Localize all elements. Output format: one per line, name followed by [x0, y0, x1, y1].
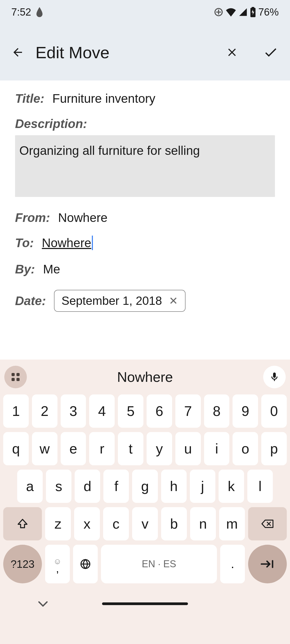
globe-icon — [79, 558, 91, 570]
key-2[interactable]: 2 — [32, 394, 57, 428]
key-j[interactable]: j — [190, 470, 215, 503]
key-symbols[interactable]: ?123 — [3, 545, 42, 583]
svg-rect-8 — [16, 378, 20, 381]
key-q[interactable]: q — [3, 432, 29, 465]
keyboard-row-zxcv: z x c v b n m — [3, 507, 287, 540]
key-m[interactable]: m — [219, 507, 245, 540]
key-p[interactable]: p — [261, 432, 287, 465]
from-field[interactable]: Nowhere — [58, 210, 107, 225]
keyboard-suggestion[interactable]: Nowhere — [31, 369, 259, 385]
key-z[interactable]: z — [45, 507, 71, 540]
svg-rect-5 — [12, 373, 15, 376]
key-h[interactable]: h — [161, 470, 187, 503]
keyboard-tools-button[interactable] — [4, 366, 27, 388]
key-f[interactable]: f — [103, 470, 129, 503]
app-bar: Edit Move — [0, 24, 290, 80]
key-a[interactable]: a — [17, 470, 43, 503]
check-icon — [263, 45, 278, 60]
key-c[interactable]: c — [103, 507, 129, 540]
date-clear-icon[interactable]: ✕ — [169, 295, 178, 307]
description-field[interactable]: Organizing all furniture for selling — [15, 135, 275, 197]
arrow-left-icon — [11, 46, 24, 59]
battery-icon — [250, 7, 256, 17]
key-0[interactable]: 0 — [261, 394, 287, 428]
by-field[interactable]: Me — [43, 262, 60, 276]
date-value: September 1, 2018 — [61, 294, 162, 308]
key-space[interactable]: EN · ES — [101, 545, 217, 583]
navigation-bar — [0, 588, 290, 620]
back-button[interactable] — [11, 46, 24, 59]
backspace-icon — [261, 519, 274, 529]
keyboard: Nowhere 1 2 3 4 5 6 7 8 9 0 q w e r t y … — [0, 360, 290, 644]
key-v[interactable]: v — [132, 507, 158, 540]
svg-rect-7 — [12, 378, 15, 381]
key-6[interactable]: 6 — [147, 394, 172, 428]
key-emoji[interactable]: ☺ , — [45, 545, 70, 583]
keyboard-row-qwerty: q w e r t y u i o p — [3, 432, 287, 465]
title-label: Title: — [15, 91, 44, 106]
from-label: From: — [15, 210, 50, 225]
status-battery: 76% — [258, 6, 279, 18]
key-l[interactable]: l — [247, 470, 273, 503]
svg-rect-4 — [252, 7, 254, 8]
page-title: Edit Move — [35, 43, 201, 62]
key-1[interactable]: 1 — [3, 394, 29, 428]
grid-icon — [10, 372, 21, 382]
key-5[interactable]: 5 — [118, 394, 143, 428]
to-field[interactable]: Nowhere — [42, 236, 93, 251]
home-indicator[interactable] — [102, 602, 188, 605]
tab-next-icon — [260, 559, 274, 569]
key-b[interactable]: b — [161, 507, 187, 540]
key-x[interactable]: x — [74, 507, 100, 540]
key-y[interactable]: y — [147, 432, 172, 465]
status-bar: 7:52 76% — [0, 0, 290, 24]
close-icon — [226, 46, 238, 59]
voice-input-button[interactable] — [263, 366, 286, 388]
key-language[interactable] — [73, 545, 98, 583]
keyboard-row-asdf: a s d f g h j k l — [3, 470, 287, 503]
key-o[interactable]: o — [233, 432, 258, 465]
key-u[interactable]: u — [175, 432, 201, 465]
by-label: By: — [15, 262, 35, 276]
target-icon — [214, 7, 223, 17]
text-cursor — [92, 236, 93, 250]
key-k[interactable]: k — [219, 470, 244, 503]
mic-icon — [269, 372, 280, 382]
key-w[interactable]: w — [32, 432, 57, 465]
key-shift[interactable] — [3, 507, 42, 540]
key-d[interactable]: d — [75, 470, 100, 503]
key-t[interactable]: t — [118, 432, 143, 465]
to-label: To: — [15, 236, 34, 250]
key-e[interactable]: e — [61, 432, 86, 465]
key-s[interactable]: s — [46, 470, 71, 503]
svg-rect-6 — [16, 373, 20, 376]
key-g[interactable]: g — [132, 470, 158, 503]
status-time: 7:52 — [11, 6, 31, 18]
key-next[interactable] — [248, 545, 287, 583]
title-field[interactable]: Furniture inventory — [52, 91, 155, 106]
date-label: Date: — [15, 294, 46, 308]
chevron-down-icon — [38, 600, 48, 608]
signal-icon — [238, 8, 248, 17]
key-9[interactable]: 9 — [233, 394, 258, 428]
key-8[interactable]: 8 — [204, 394, 230, 428]
key-7[interactable]: 7 — [175, 394, 201, 428]
cancel-button[interactable] — [224, 44, 240, 60]
key-period[interactable]: . — [220, 545, 245, 583]
wifi-icon — [226, 8, 236, 17]
form: Title: Furniture inventory Description: … — [0, 80, 290, 333]
date-chip[interactable]: September 1, 2018 ✕ — [54, 290, 186, 312]
key-3[interactable]: 3 — [61, 394, 86, 428]
key-n[interactable]: n — [190, 507, 216, 540]
description-label: Description: — [15, 117, 87, 131]
confirm-button[interactable] — [263, 44, 279, 60]
key-backspace[interactable] — [248, 507, 287, 540]
shift-icon — [17, 518, 28, 530]
keyboard-row-numbers: 1 2 3 4 5 6 7 8 9 0 — [3, 394, 287, 428]
hide-keyboard-button[interactable] — [38, 600, 48, 608]
key-4[interactable]: 4 — [89, 394, 115, 428]
key-r[interactable]: r — [89, 432, 115, 465]
water-drop-icon — [35, 7, 44, 17]
key-i[interactable]: i — [204, 432, 230, 465]
